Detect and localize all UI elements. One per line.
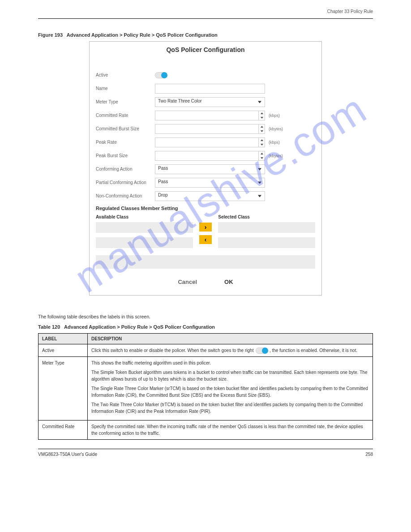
cell-desc: This shows the traffic metering algorith… <box>88 357 373 420</box>
panel-title: QoS Policer Configuration <box>90 42 321 61</box>
non-conforming-select[interactable]: Drop <box>155 191 265 201</box>
triangle-up-icon <box>261 139 263 141</box>
label-peak-rate: Peak Rate <box>96 140 155 145</box>
th-desc: DESCRIPTION <box>88 333 373 344</box>
unit-kbytes: (kbytes) <box>269 154 287 158</box>
stepper-up-button[interactable] <box>259 124 265 129</box>
available-class-title: Available Class <box>96 215 193 219</box>
cell-desc: Specify the committed rate. When the inc… <box>88 420 373 440</box>
triangle-down-icon <box>261 157 263 159</box>
stepper-down-button[interactable] <box>259 142 265 147</box>
peak-rate-input[interactable] <box>155 137 265 147</box>
stepper-down-button[interactable] <box>259 129 265 133</box>
label-committed-burst: Committed Burst Size <box>96 126 155 132</box>
partial-conforming-select[interactable]: Pass <box>155 178 265 188</box>
available-class-list[interactable] <box>96 222 193 233</box>
description-table: LABEL DESCRIPTION Active Click this swit… <box>38 333 373 440</box>
committed-rate-input[interactable] <box>155 111 265 120</box>
label-non-conforming: Non-Conforming Action <box>96 193 155 199</box>
label-peak-burst: Peak Burst Size <box>96 153 155 159</box>
unit-kbps: (kbps) <box>269 140 287 145</box>
selected-class-list[interactable] <box>218 237 315 248</box>
cell-label: Active <box>39 344 88 356</box>
label-meter-type: Meter Type <box>96 99 155 105</box>
toggle-icon <box>256 348 267 354</box>
arrow-left-icon: ‹ <box>205 236 207 243</box>
cell-label: Meter Type <box>39 357 88 420</box>
conforming-select[interactable]: Pass <box>155 164 265 174</box>
label-committed-rate: Committed Rate <box>96 113 155 118</box>
figure-caption: Figure 193 Advanced Application > Policy… <box>38 32 373 38</box>
chapter-header: Chapter 33 Policy Rule <box>38 9 373 14</box>
table-row: Committed Rate Specify the committed rat… <box>39 420 373 440</box>
table-caption: Table 120 Advanced Application > Policy … <box>38 324 373 330</box>
selected-class-list[interactable] <box>218 222 315 233</box>
ok-highlight <box>223 285 235 288</box>
page-footer: VMG8623-T50A User's Guide 258 <box>38 449 373 457</box>
cell-desc: Click this switch to enable or disable t… <box>88 344 373 356</box>
stepper-up-button[interactable] <box>259 111 265 116</box>
peak-burst-input[interactable] <box>155 151 265 161</box>
table-row: Meter Type This shows the traffic meteri… <box>39 357 373 420</box>
ok-button[interactable]: OK <box>223 278 235 286</box>
available-class-list[interactable] <box>96 237 193 248</box>
triangle-up-icon <box>261 126 263 128</box>
move-left-button[interactable]: ‹ <box>199 235 212 244</box>
stepper-up-button[interactable] <box>259 138 265 142</box>
unit-kbps: (kbps) <box>269 113 287 118</box>
unit-kbytes: (kbytes) <box>269 127 287 131</box>
label-partial-conforming: Partial Conforming Action <box>96 180 155 185</box>
th-label: LABEL <box>39 333 88 344</box>
name-input[interactable] <box>155 84 265 94</box>
header-divider <box>38 18 373 19</box>
triangle-up-icon <box>261 153 263 154</box>
meter-type-select[interactable]: Two Rate Three Color <box>155 97 265 107</box>
cancel-button[interactable]: Cancel <box>176 278 199 286</box>
toggle-knob-icon <box>161 72 167 78</box>
selected-class-title: Selected Class <box>218 215 315 219</box>
stepper-up-button[interactable] <box>259 151 265 156</box>
triangle-up-icon <box>261 112 263 114</box>
move-right-button[interactable]: › <box>199 223 212 232</box>
arrow-right-icon: › <box>205 224 207 230</box>
triangle-down-icon <box>261 117 263 119</box>
body-text: The following table describes the labels… <box>38 313 373 321</box>
label-name: Name <box>96 86 155 91</box>
label-active: Active <box>96 73 155 78</box>
regulated-section-title: Regulated Classes Member Setting <box>96 206 315 211</box>
qos-policer-panel: QoS Policer Configuration Active Name Me… <box>89 41 322 296</box>
stepper-down-button[interactable] <box>259 116 265 120</box>
cell-label: Committed Rate <box>39 420 88 440</box>
triangle-down-icon <box>261 130 263 132</box>
stepper-down-button[interactable] <box>259 156 265 160</box>
active-toggle[interactable] <box>155 72 167 78</box>
label-conforming: Conforming Action <box>96 167 155 172</box>
committed-burst-input[interactable] <box>155 124 265 134</box>
triangle-down-icon <box>261 144 263 146</box>
summary-box <box>96 255 315 269</box>
table-row: Active Click this switch to enable or di… <box>39 344 373 356</box>
